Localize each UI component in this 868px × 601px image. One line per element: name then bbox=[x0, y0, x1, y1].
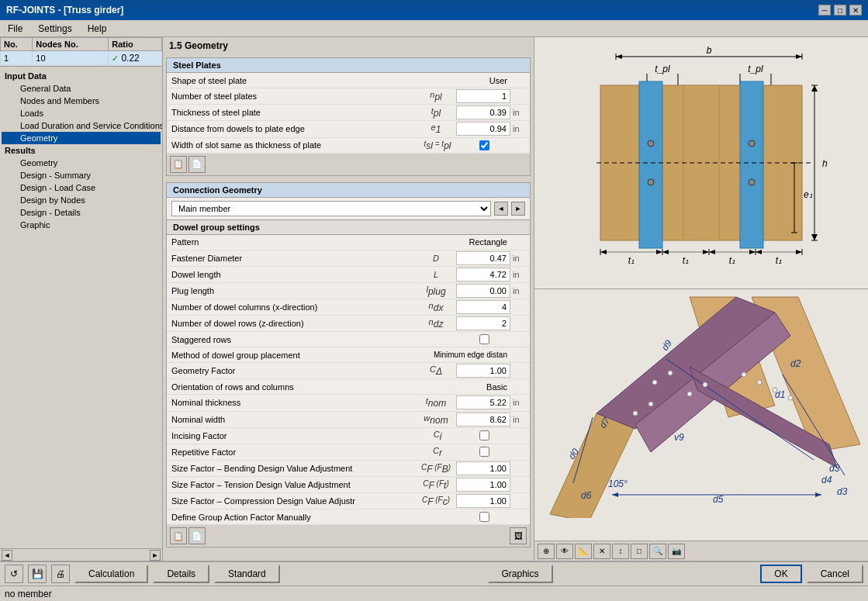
sidebar-item-design-nodes[interactable]: Design by Nodes bbox=[2, 194, 161, 206]
copy-plate-btn[interactable]: 📄 bbox=[188, 156, 206, 173]
settings-menu[interactable]: Settings bbox=[33, 22, 76, 36]
sidebar-item-geometry[interactable]: Geometry bbox=[2, 132, 161, 144]
connection-geometry-header: Connection Geometry bbox=[167, 183, 530, 198]
window-controls: ─ □ ✕ bbox=[818, 5, 862, 16]
svg-text:d2: d2 bbox=[790, 358, 801, 369]
icon-btn-2[interactable]: 💾 bbox=[28, 565, 47, 583]
sidebar-item-nodes-members[interactable]: Nodes and Members bbox=[2, 95, 161, 107]
row-num-plates: Number of steel plates npl 1 bbox=[167, 88, 530, 105]
symbol-ndz: ndz bbox=[417, 316, 455, 331]
maximize-button[interactable]: □ bbox=[834, 5, 846, 16]
sidebar-item-res-geometry[interactable]: Geometry bbox=[2, 157, 161, 169]
close-button[interactable]: ✕ bbox=[849, 5, 862, 16]
graphics-button[interactable]: Graphics bbox=[488, 565, 553, 583]
sidebar-item-load-duration[interactable]: Load Duration and Service Conditions bbox=[2, 119, 161, 132]
unit-dowel-length: in bbox=[511, 268, 530, 281]
diag-btn-6[interactable]: □ bbox=[631, 544, 648, 559]
value-geom-factor[interactable]: 1.00 bbox=[456, 364, 510, 378]
svg-point-83 bbox=[773, 388, 777, 392]
value-size-bending[interactable]: 1.00 bbox=[456, 461, 510, 475]
details-button[interactable]: Details bbox=[153, 565, 209, 583]
node-table: No. Nodes No. Ratio 1 10 ✓ 0.22 bbox=[0, 37, 162, 67]
sidebar-item-design-details[interactable]: Design - Details bbox=[2, 206, 161, 219]
symbol-wnom: wnom bbox=[417, 412, 455, 427]
checkbox-group-action[interactable] bbox=[457, 510, 511, 523]
svg-text:t₁: t₁ bbox=[628, 255, 635, 266]
calculation-button[interactable]: Calculation bbox=[74, 565, 148, 583]
diag-btn-2[interactable]: 👁 bbox=[556, 544, 573, 559]
help-menu[interactable]: Help bbox=[83, 22, 112, 36]
sidebar-item-general-data[interactable]: General Data bbox=[2, 82, 161, 95]
left-scrollbar[interactable]: ◄ ► bbox=[0, 548, 162, 561]
value-distance[interactable]: 0.94 bbox=[456, 122, 510, 136]
cell-no: 1 bbox=[1, 51, 33, 66]
diag-btn-3[interactable]: 📐 bbox=[575, 544, 592, 559]
value-num-plates[interactable]: 1 bbox=[456, 89, 510, 103]
cell-nodes: 10 bbox=[33, 51, 109, 66]
value-size-compression[interactable]: 1.00 bbox=[456, 494, 510, 508]
value-size-tension[interactable]: 1.00 bbox=[456, 478, 510, 492]
sidebar-item-design-summary[interactable]: Design - Summary bbox=[2, 169, 161, 181]
add-plate-btn[interactable]: 📋 bbox=[170, 156, 187, 173]
diag-btn-1[interactable]: ⊕ bbox=[538, 544, 555, 559]
row-pattern: Pattern Rectangle bbox=[167, 235, 530, 250]
value-fastener-dia[interactable]: 0.47 bbox=[456, 251, 510, 265]
cancel-button[interactable]: Cancel bbox=[807, 565, 863, 583]
svg-point-46 bbox=[648, 140, 654, 147]
symbol-tnom: tnom bbox=[417, 395, 455, 410]
label-thickness: Thickness of steel plate bbox=[167, 106, 417, 119]
prev-btn[interactable]: ◄ bbox=[494, 202, 508, 216]
value-thickness[interactable]: 0.39 bbox=[456, 105, 510, 119]
conn-geo-toolbar: 📋 📄 🖼 bbox=[167, 525, 530, 547]
unit-incising bbox=[511, 434, 530, 437]
sidebar-item-loads[interactable]: Loads bbox=[2, 107, 161, 119]
value-nom-width[interactable]: 8.62 bbox=[456, 413, 510, 427]
conn-btn1[interactable]: 📋 bbox=[170, 527, 187, 544]
symbol-group-action bbox=[418, 516, 457, 519]
next-btn[interactable]: ► bbox=[511, 202, 525, 216]
value-plug-length[interactable]: 0.00 bbox=[456, 284, 510, 298]
table-row[interactable]: 1 10 ✓ 0.22 bbox=[1, 51, 162, 66]
icon-btn-1[interactable]: ↺ bbox=[5, 565, 23, 583]
value-dowel-length[interactable]: 4.72 bbox=[456, 268, 510, 282]
sidebar-item-graphic[interactable]: Graphic bbox=[2, 219, 161, 231]
main-member-dropdown[interactable]: Main member bbox=[171, 201, 491, 216]
checkbox-slot[interactable] bbox=[457, 139, 511, 152]
diag-btn-8[interactable]: 📷 bbox=[668, 544, 685, 559]
label-size-tension: Size Factor – Tension Design Value Adjus… bbox=[167, 478, 417, 491]
file-menu[interactable]: File bbox=[3, 22, 27, 36]
diag-btn-5[interactable]: ↕ bbox=[612, 544, 629, 559]
diag-btn-7[interactable]: 🔍 bbox=[649, 544, 666, 559]
unit-shape bbox=[511, 79, 530, 82]
diag-btn-4[interactable]: ✕ bbox=[593, 544, 610, 559]
ok-button[interactable]: OK bbox=[760, 565, 801, 583]
unit-orientation bbox=[511, 385, 530, 389]
label-ndz: Number of dowel rows (z-direction) bbox=[167, 317, 417, 330]
checkbox-incising[interactable] bbox=[457, 429, 511, 442]
connection-toolbar: Main member ◄ ► bbox=[167, 198, 530, 220]
symbol-ndx: ndx bbox=[417, 299, 455, 315]
icon-btn-3[interactable]: 🖨 bbox=[51, 565, 70, 583]
symbol-L: L bbox=[417, 268, 455, 281]
col-nodes: Nodes No. bbox=[33, 38, 109, 51]
col-no: No. bbox=[1, 38, 33, 51]
status-text: no member bbox=[5, 589, 52, 599]
value-nom-thickness[interactable]: 5.22 bbox=[456, 395, 510, 409]
minimize-button[interactable]: ─ bbox=[818, 5, 831, 16]
checkbox-staggered[interactable] bbox=[457, 333, 511, 346]
scroll-left-btn[interactable]: ◄ bbox=[2, 550, 12, 561]
conn-btn3[interactable]: 🖼 bbox=[510, 527, 527, 544]
scroll-right-btn[interactable]: ► bbox=[150, 550, 161, 561]
unit-nom-width: in bbox=[511, 413, 530, 426]
unit-slot bbox=[511, 143, 530, 147]
left-panel: No. Nodes No. Ratio 1 10 ✓ 0.22 bbox=[0, 37, 163, 561]
row-thickness: Thickness of steel plate tpl 0.39 in bbox=[167, 105, 530, 121]
conn-btn2[interactable]: 📄 bbox=[188, 527, 206, 544]
standard-button[interactable]: Standard bbox=[214, 565, 280, 583]
sidebar-item-design-load-case[interactable]: Design - Load Case bbox=[2, 181, 161, 194]
checkbox-repetitive[interactable] bbox=[457, 445, 511, 458]
value-ndz[interactable]: 2 bbox=[456, 316, 510, 330]
svg-point-75 bbox=[652, 380, 657, 385]
unit-distance: in bbox=[511, 123, 530, 135]
value-ndx[interactable]: 4 bbox=[456, 300, 510, 314]
